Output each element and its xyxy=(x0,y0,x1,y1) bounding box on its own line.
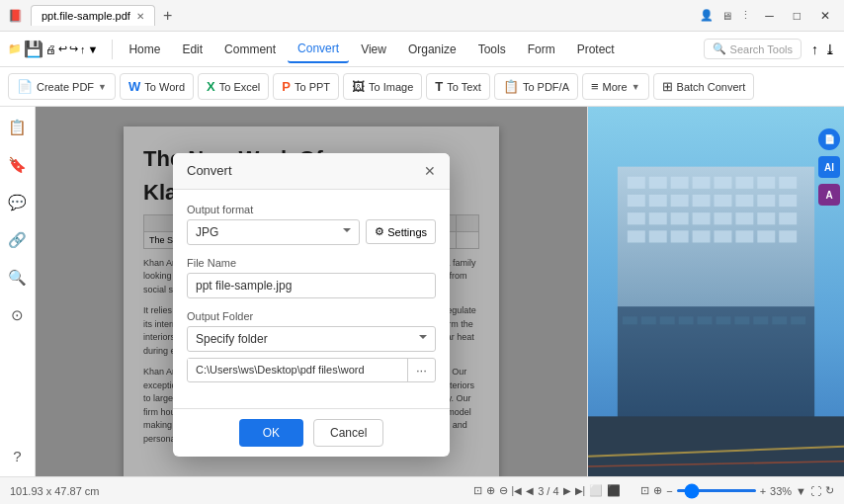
fullscreen-icon[interactable]: ⛶ xyxy=(810,485,821,497)
page-nav-last[interactable]: ▶| xyxy=(575,485,586,496)
settings-label: Settings xyxy=(387,226,427,238)
more-icon: ≡ xyxy=(591,79,599,94)
batch-convert-label: Batch Convert xyxy=(677,81,746,93)
menu-home[interactable]: Home xyxy=(119,37,170,62)
create-pdf-button[interactable]: 📄 Create PDF ▼ xyxy=(8,73,116,100)
page-nav-next[interactable]: ▶ xyxy=(563,485,571,496)
svg-rect-13 xyxy=(693,195,711,207)
zoom-out-icon[interactable]: ⊖ xyxy=(499,484,508,497)
menu-tools[interactable]: Tools xyxy=(468,37,516,62)
modal-footer: OK Cancel xyxy=(173,408,450,457)
active-tab[interactable]: ppt.file-sample.pdf ✕ xyxy=(31,5,155,26)
zoom-slider[interactable] xyxy=(677,489,756,492)
menu-organize[interactable]: Organize xyxy=(398,37,466,62)
sidebar-layers-icon[interactable]: ⊙ xyxy=(7,302,28,328)
monitor-icon: 🖥 xyxy=(721,10,732,22)
folder-path-input[interactable]: C:\Users\ws\Desktop\pdf files\word xyxy=(188,359,407,380)
to-excel-icon: X xyxy=(207,79,215,94)
menu-view[interactable]: View xyxy=(351,37,396,62)
rotate-icon[interactable]: ↻ xyxy=(825,484,834,497)
svg-rect-2 xyxy=(628,177,645,189)
to-ppt-label: To PPT xyxy=(295,81,330,93)
window-controls: 👤 🖥 ⋮ ─ □ ✕ xyxy=(700,7,836,25)
batch-convert-button[interactable]: ⊞ Batch Convert xyxy=(653,73,755,100)
page-nav-first[interactable]: |◀ xyxy=(512,485,523,496)
modal-close-button[interactable]: ✕ xyxy=(424,163,436,179)
more-dropdown-arrow: ▼ xyxy=(632,82,640,92)
add-tab-button[interactable]: + xyxy=(163,7,172,25)
zoom-in-icon[interactable]: ⊕ xyxy=(486,484,495,497)
file-name-group: File Name ppt file-sample.jpg xyxy=(187,257,436,298)
print-icon[interactable]: 🖨 xyxy=(45,43,56,55)
sidebar-comment-icon[interactable]: 💬 xyxy=(4,190,31,215)
output-folder-select[interactable]: Specify folder xyxy=(187,326,436,352)
redo-icon[interactable]: ↪ xyxy=(69,42,78,55)
maximize-button[interactable]: □ xyxy=(788,7,806,25)
sidebar-link-icon[interactable]: 🔗 xyxy=(4,227,31,253)
to-image-button[interactable]: 🖼 To Image xyxy=(343,73,422,100)
search-tools[interactable]: 🔍 Search Tools xyxy=(704,39,802,59)
to-word-icon: W xyxy=(128,79,140,94)
settings-icon: ⚙ xyxy=(375,225,384,238)
browse-button[interactable]: ··· xyxy=(407,359,435,381)
titlebar: 📕 ppt.file-sample.pdf ✕ + 👤 🖥 ⋮ ─ □ ✕ xyxy=(0,0,844,32)
titlebar-left: 📕 ppt.file-sample.pdf ✕ + xyxy=(8,5,172,26)
zoom-slider-plus: + xyxy=(760,485,766,497)
svg-rect-19 xyxy=(649,212,667,224)
left-sidebar: 📋 🔖 💬 🔗 🔍 ⊙ ? xyxy=(0,107,36,476)
cancel-button[interactable]: Cancel xyxy=(313,419,383,447)
menu-protect[interactable]: Protect xyxy=(567,37,625,62)
file-name-label: File Name xyxy=(187,257,436,269)
zoom-fit-icon[interactable]: ⊡ xyxy=(640,484,649,497)
to-excel-button[interactable]: X To Excel xyxy=(198,73,269,100)
fit-page-icon[interactable]: ⊡ xyxy=(473,484,482,497)
menu-form[interactable]: Form xyxy=(518,37,565,62)
sidebar-file-icon[interactable]: 📋 xyxy=(4,115,31,140)
svg-rect-38 xyxy=(679,316,694,324)
tab-close-button[interactable]: ✕ xyxy=(136,11,144,22)
to-text-button[interactable]: T To Text xyxy=(426,73,490,100)
svg-rect-3 xyxy=(649,177,667,189)
more-actions-icon[interactable]: ▼ xyxy=(88,43,99,55)
svg-rect-4 xyxy=(671,177,689,189)
svg-rect-10 xyxy=(628,195,645,207)
zoom-actual-icon[interactable]: ⊕ xyxy=(653,484,662,497)
settings-button[interactable]: ⚙ Settings xyxy=(366,219,436,244)
menu-edit[interactable]: Edit xyxy=(172,37,212,62)
share-icon[interactable]: ↑ xyxy=(80,43,86,55)
minimize-button[interactable]: ─ xyxy=(759,7,780,25)
zoom-dropdown[interactable]: ▼ xyxy=(796,485,806,497)
download-icon[interactable]: ⤓ xyxy=(824,42,836,57)
svg-rect-8 xyxy=(757,177,775,189)
close-button[interactable]: ✕ xyxy=(814,7,836,25)
menu-dots-icon: ⋮ xyxy=(740,9,751,22)
page-nav-prev[interactable]: ◀ xyxy=(526,485,534,496)
single-page-icon[interactable]: ⬜ xyxy=(589,484,603,497)
modal-title: Convert xyxy=(187,163,232,178)
two-page-icon[interactable]: ⬛ xyxy=(607,484,621,497)
menu-comment[interactable]: Comment xyxy=(214,37,286,62)
sidebar-help-icon[interactable]: ? xyxy=(9,444,25,468)
more-button[interactable]: ≡ More ▼ xyxy=(582,73,649,100)
sidebar-search-icon[interactable]: 🔍 xyxy=(4,265,31,291)
svg-rect-36 xyxy=(641,316,656,324)
svg-rect-9 xyxy=(779,177,797,189)
output-folder-group: Output Folder Specify folder C:\Users\ws… xyxy=(187,310,436,382)
undo-icon[interactable]: ↩ xyxy=(58,42,67,55)
to-word-button[interactable]: W To Word xyxy=(120,73,194,100)
file-name-input[interactable]: ppt file-sample.jpg xyxy=(187,273,436,298)
to-pdfa-button[interactable]: 📋 To PDF/A xyxy=(494,73,578,100)
sidebar-bookmark-icon[interactable]: 🔖 xyxy=(4,152,31,178)
svg-rect-44 xyxy=(791,316,805,324)
right-panel: 📄 AI A xyxy=(587,107,844,476)
to-ppt-button[interactable]: P To PPT xyxy=(273,73,339,100)
output-format-label: Output format xyxy=(187,204,436,215)
ok-button[interactable]: OK xyxy=(239,419,303,447)
batch-convert-icon: ⊞ xyxy=(662,79,673,94)
upload-icon[interactable]: ↑ xyxy=(811,42,818,57)
svg-rect-40 xyxy=(717,316,731,324)
svg-rect-26 xyxy=(628,230,645,242)
output-format-select[interactable]: JPG xyxy=(187,219,360,245)
menu-convert[interactable]: Convert xyxy=(288,36,349,63)
save-icon[interactable]: 💾 xyxy=(24,40,43,58)
